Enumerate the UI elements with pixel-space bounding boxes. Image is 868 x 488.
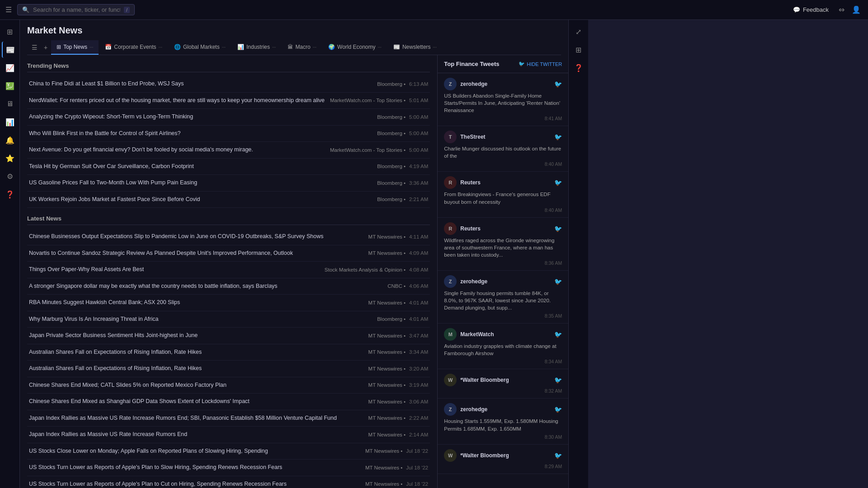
trending-news-item[interactable]: Tesla Hit by German Suit Over Car Survei… [27,159,430,175]
latest-news-item[interactable]: Novartis to Continue Sandoz Strategic Re… [27,245,430,262]
search-slash: / [124,7,130,13]
tweet-avatar: M [444,328,457,341]
tweet-item[interactable]: R Reuters 🐦 From Breakingviews - France'… [438,172,568,217]
right-sidebar: ⤢ ⊞ ❓ [568,20,588,488]
feedback-button[interactable]: 💬 Feedback [788,5,833,15]
sidebar-alerts[interactable]: 🔔 [2,132,18,148]
tab-global-markets[interactable]: 🌐 Global Markets ··· [169,40,231,55]
trending-news-item[interactable]: Analyzing the Crypto Wipeout: Short-Term… [27,109,430,126]
tab-industries-label: Industries [246,44,270,50]
news-source: CNBC • [387,283,406,289]
tweet-item[interactable]: Z zerohedge 🐦 Housing Starts 1.559MM, Ex… [438,399,568,444]
tweet-header: W *Walter Bloomberg 🐦 [444,374,562,386]
news-time: 2:14 AM [409,432,428,437]
tweet-item[interactable]: M MarketWatch 🐦 Aviation industry grappl… [438,324,568,369]
tweet-username: *Walter Bloomberg [460,452,551,459]
latest-news-item[interactable]: A stronger Singapore dollar may be exact… [27,278,430,295]
sidebar-markets[interactable]: 📈 [2,60,18,76]
tweet-content: Wildfires raged across the Gironde wineg… [444,237,562,258]
sidebar-watchlist[interactable]: ⭐ [2,150,18,166]
tweet-content: Aviation industry grapples with climate … [444,343,562,357]
trending-news-item[interactable]: UK Workers Rejoin Jobs Market at Fastest… [27,192,430,208]
hide-twitter-button[interactable]: 🐦 HIDE TWITTER [519,61,562,67]
search-input[interactable] [33,6,120,13]
news-headline: Tesla Hit by German Suit Over Car Survei… [29,163,372,171]
latest-news-item[interactable]: US Stocks Turn Lower as Reports of Apple… [27,460,430,476]
trending-news-item[interactable]: China to Fine Didi at Least $1 Billion t… [27,76,430,93]
tab-world-economy[interactable]: 🌍 World Economy ··· [323,40,387,55]
news-source: MT Newswires • [365,481,402,487]
add-tab-button[interactable]: + [41,40,50,55]
trending-news-item[interactable]: Next Avenue: Do you get financial envy? … [27,142,430,159]
news-time: 3:36 AM [409,180,428,186]
tab-top-news[interactable]: ⊞ Top News ··· [51,40,99,55]
latest-news-item[interactable]: Chinese Shares End Mixed as Shanghai GDP… [27,394,430,410]
twitter-icon: 🐦 [554,278,562,285]
tab-top-news-dots: ··· [90,45,93,50]
layout-icon[interactable]: ⇔ [837,4,846,16]
top-bar: ☰ 🔍 / 💬 Feedback ⇔ 👤 [0,0,868,20]
sidebar-news[interactable]: 📰 [2,42,18,58]
news-meta: Stock Markets Analysis & Opinion • 4:08 … [325,267,428,272]
news-headline: Australian Shares Fall on Expectations o… [29,365,363,373]
sidebar-settings[interactable]: ⚙ [2,168,18,184]
news-time: 3:34 AM [409,349,428,355]
tab-corporate-events-label: Corporate Events [114,44,156,50]
tweet-item[interactable]: R Reuters 🐦 Wildfires raged across the G… [438,218,568,271]
sidebar-help[interactable]: ❓ [2,186,18,202]
news-headline: NerdWallet: For renters priced out of th… [29,97,325,105]
sidebar-terminal[interactable]: 🖥 [2,96,18,112]
news-meta: MT Newswires • 4:09 AM [368,250,429,256]
news-section: Trending News China to Fine Didi at Leas… [20,55,437,488]
trending-news-item[interactable]: Who Will Blink First in the Battle for C… [27,126,430,142]
tweet-item[interactable]: W *Walter Bloomberg 🐦 8:29 AM [438,445,568,474]
news-source: MT Newswires • [365,465,402,470]
latest-news-item[interactable]: Chinese Businesses Output Expectations S… [27,229,430,245]
tab-industries[interactable]: 📊 Industries ··· [232,40,281,55]
search-box[interactable]: 🔍 / [17,4,135,15]
latest-news-item[interactable]: Japan Index Rallies as Massive US Rate I… [27,427,430,443]
latest-news-item[interactable]: Japan Private Sector Business Sentiment … [27,328,430,344]
user-avatar[interactable]: 👤 [850,4,863,16]
trending-news-item[interactable]: US Gasoline Prices Fall to Two-Month Low… [27,175,430,192]
news-meta: MT Newswires • 4:11 AM [368,234,429,239]
sidebar-analytics[interactable]: 📊 [2,114,18,130]
tweet-item[interactable]: W *Walter Bloomberg 🐦 8:32 AM [438,369,568,399]
tweet-avatar: Z [444,403,457,416]
news-time: 3:06 AM [409,399,428,404]
tabs-menu-icon[interactable]: ☰ [29,40,40,55]
twitter-icon: 🐦 [554,80,562,88]
latest-news-item[interactable]: Chinese Shares End Mixed; CATL Slides 5%… [27,377,430,394]
sidebar-portfolio[interactable]: 💹 [2,78,18,94]
news-meta: MT Newswires • 3:20 AM [368,366,429,371]
sidebar-home[interactable]: ⊞ [2,23,18,40]
tab-top-news-icon: ⊞ [57,44,61,50]
latest-news-item[interactable]: Why Marburg Virus Is An Increasing Threa… [27,311,430,328]
latest-news-item[interactable]: Japan Index Rallies as Massive US Rate I… [27,410,430,427]
tab-global-markets-label: Global Markets [183,44,220,50]
latest-news-item[interactable]: Australian Shares Fall on Expectations o… [27,361,430,377]
right-sidebar-help[interactable]: ❓ [571,60,587,76]
tweet-item[interactable]: Z zerohedge 🐦 US Builders Abandon Single… [438,73,568,126]
tab-macro[interactable]: 🏛 Macro ··· [282,40,322,55]
latest-news-item[interactable]: US Stocks Turn Lower as Reports of Apple… [27,476,430,488]
latest-news-item[interactable]: RBA Minutes Suggest Hawkish Central Bank… [27,295,430,311]
latest-news-item[interactable]: Things Over Paper-Why Real Assets Are Be… [27,262,430,278]
tweet-item[interactable]: Z zerohedge 🐦 Single Family housing perm… [438,271,568,324]
twitter-icon: 🐦 [554,331,562,338]
tab-newsletters[interactable]: 📰 Newsletters ··· [388,40,442,55]
latest-news-item[interactable]: US Stocks Close Lower on Monday; Apple F… [27,443,430,460]
twitter-icon: 🐦 [554,406,562,413]
tab-world-economy-dots: ··· [378,45,382,50]
trending-news-item[interactable]: NerdWallet: For renters priced out of th… [27,93,430,109]
tweet-content: Single Family housing permits tumble 84K… [444,290,562,311]
tab-corporate-events[interactable]: 📅 Corporate Events ··· [99,40,168,55]
news-meta: CNBC • 4:06 AM [387,283,428,289]
latest-news-item[interactable]: Australian Shares Fall on Expectations o… [27,344,430,361]
right-sidebar-expand[interactable]: ⤢ [571,23,587,40]
right-sidebar-grid[interactable]: ⊞ [571,42,587,58]
news-meta: MT Newswires • 3:34 AM [368,349,429,355]
tweet-avatar: T [444,131,457,143]
hamburger-icon[interactable]: ☰ [5,5,12,14]
tweet-item[interactable]: T TheStreet 🐦 Charlie Munger discussed h… [438,126,568,172]
